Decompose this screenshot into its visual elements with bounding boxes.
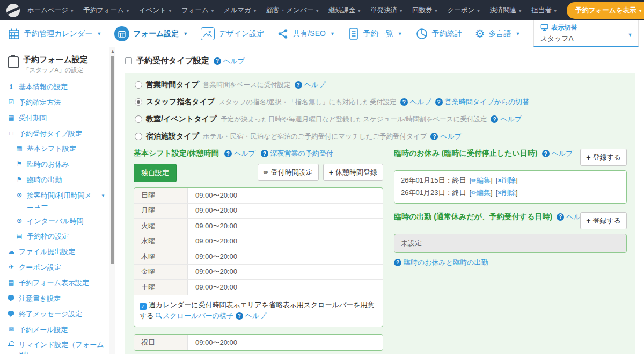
mail-icon [8,325,15,334]
chevron-down-icon: ▼ [253,9,257,13]
temp-holiday-workday-link[interactable]: 臨時のお休みと臨時の出勤 [394,258,488,268]
help-link[interactable]: ヘルプ [295,80,326,90]
cloud-upload-icon [8,247,15,256]
sidebar-item-file-submission[interactable]: ファイル提出設定 [8,244,105,260]
switch-from-business-hours-link[interactable]: 営業時間タイプからの切替 [435,97,530,107]
help-link[interactable]: ヘルプ [224,149,255,158]
help-circle-icon [435,98,443,106]
temp-holiday-title: 臨時のお休み (臨時に受付停止したい日時) [394,149,538,158]
sidebar-item-reminder[interactable]: リマインド設定（フォーム別） [8,337,105,354]
nav-one-time-payment[interactable]: 単発決済▼ [370,6,403,15]
scrollbar-option-checkbox[interactable] [140,303,147,310]
reception-time-settings-button[interactable]: ✏受付時間設定 [258,164,319,181]
help-circle-icon [430,133,438,140]
page-help-link[interactable]: ヘルプ [214,56,245,66]
table-row: 日曜09:00〜20:00 [134,188,383,204]
scrollbar-thumb[interactable] [111,56,114,264]
flag-icon [16,160,23,169]
sidebar-item-end-message[interactable]: 終了メッセージ設定 [8,307,105,322]
nav-event[interactable]: イベント▼ [139,6,172,15]
sidebar-item-basic-shift[interactable]: 基本シフト設定 [16,141,105,157]
edit-link[interactable]: ✏編集 [471,189,491,197]
toolbar-design-settings[interactable]: デザイン設定 [201,27,264,40]
chevron-down-icon: ▼ [210,9,215,13]
nav-newsletter[interactable]: メルマガ▼ [224,6,257,15]
nav-reservation-form[interactable]: 予約フォーム▼ [83,6,130,15]
sidebar-item-service-time-menu[interactable]: 接客時間/利用時間メニュー▼ [16,188,105,214]
register-workday-button[interactable]: +登録する [580,212,627,229]
toolbar-share-seo[interactable]: 共有/SEO▼ [277,28,334,40]
clipboard-icon [8,55,18,67]
late-night-reception-link[interactable]: 深夜営業の予約受付 [261,149,333,158]
type-option-business-hours: 営業時間タイプ 営業時間をベースに受付設定 ヘルプ [135,80,627,90]
nav-staff[interactable]: 担当者▼ [531,6,557,15]
custom-settings-button[interactable]: 独自設定 [134,164,177,182]
holiday-shift-table: 祝日09:00〜20:00 [134,334,383,351]
edit-link[interactable]: ✏編集 [471,176,491,184]
delete-link[interactable]: ×削除 [497,189,516,197]
brand-logo-icon[interactable] [6,4,20,17]
sidebar-item-reception-period[interactable]: 受付期間 [8,111,105,126]
show-reservation-form-button[interactable]: 予約フォームを表示▼ [567,2,644,19]
radio-staff-nomination[interactable] [135,98,142,106]
display-switch-select[interactable]: 表示切替 スタッフA ▼ [533,20,639,47]
nav-ticket[interactable]: 回数券▼ [412,6,438,15]
sidebar-item-temp-holiday[interactable]: 臨時のお休み [16,157,105,172]
toolbar-form-settings[interactable]: フォーム設定▼ [114,26,188,41]
sidebar-item-form-display[interactable]: 予約フォーム表示設定 [8,276,105,291]
nav-coupon[interactable]: クーポン▼ [447,6,480,15]
register-holiday-button[interactable]: +登録する [580,149,627,166]
plus-icon: + [586,217,590,225]
list-item: 26年01月23日：終日✏編集×削除 [401,187,620,199]
sidebar-item-basic-info[interactable]: 基本情報の設定 [8,80,105,95]
toolbar-reservation-calendar[interactable]: 予約管理カレンダー▼ [8,27,101,40]
nav-form[interactable]: フォーム▼ [181,6,215,15]
sidebar-item-slot-settings[interactable]: 予約枠の設定 [16,229,105,244]
sidebar-item-coupon[interactable]: クーポン設定 [8,260,105,276]
document-list-icon [348,27,360,40]
sidebar-item-reservation-mail[interactable]: 予約メール設定 [8,322,105,338]
scrollbar-preview-link[interactable]: スクロールバーの様子 [156,312,233,320]
magnifier-icon [156,313,162,319]
help-link[interactable]: ヘルプ [430,132,462,141]
chevron-down-icon: ▼ [101,193,105,199]
table-row: 月曜09:00〜20:00 [134,204,383,219]
sidebar-item-notes[interactable]: 注意書き設定 [8,291,105,307]
info-icon [8,82,15,91]
sidebar-item-temp-workday[interactable]: 臨時の出勤 [16,172,105,188]
delete-link[interactable]: ×削除 [497,176,516,184]
scroll-up-arrow-icon[interactable]: ▲ [111,49,115,54]
help-link[interactable]: ヘルプ [542,149,573,158]
temporary-settings-column: 臨時のお休み (臨時に受付停止したい日時) ヘルプ +登録する 26年01月15… [394,149,627,354]
nav-customers[interactable]: 顧客・メンバー▼ [266,6,319,15]
radio-lodging[interactable] [135,133,142,140]
break-time-register-button[interactable]: +休憩時間登録 [323,164,383,181]
monitor-icon [540,24,548,31]
sidebar-scrollbar[interactable]: ▲ [109,47,115,354]
help-link[interactable]: ヘルプ [236,310,267,321]
list-icon [8,278,15,287]
nav-subscription[interactable]: 継続課金▼ [328,6,361,15]
radio-class-event[interactable] [135,115,142,123]
help-circle-icon [400,98,408,106]
clock-icon [16,191,23,200]
sidebar-item-confirm-method[interactable]: 予約確定方法 [8,95,105,111]
square-icon [8,129,15,138]
share-icon [277,28,289,40]
sidebar-item-interval-time[interactable]: インターバル時間 [16,214,105,229]
nav-homepage[interactable]: ホームページ▼ [27,6,74,15]
help-link[interactable]: ヘルプ [400,97,431,107]
chevron-down-icon: ▼ [330,31,335,37]
nav-payment[interactable]: 決済関連▼ [489,6,522,15]
chevron-down-icon: ▼ [97,31,101,37]
chevron-down-icon: ▼ [434,9,438,13]
sidebar-item-reception-type[interactable]: 予約受付タイプ設定 [8,126,105,142]
toolbar-multilanguage[interactable]: ⚙ 多言語▼ [475,28,521,39]
toolbar-reservation-list[interactable]: 予約一覧▼ [348,27,402,40]
table-row: 木曜09:00〜20:00 [134,249,383,265]
radio-business-hours[interactable] [135,81,142,89]
toolbar-reservation-stats[interactable]: 予約統計 [415,27,462,40]
coupon-icon [8,263,15,272]
help-link[interactable]: ヘルプ [491,114,522,124]
flag-icon [16,175,23,184]
